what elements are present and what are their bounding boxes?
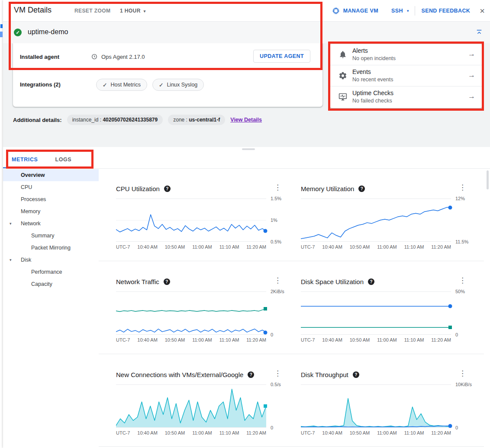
- bell-icon: [338, 50, 347, 59]
- help-icon[interactable]: ?: [164, 278, 170, 285]
- y-axis-label: 11.5%: [455, 239, 468, 244]
- x-axis-label: 10:40 AM: [137, 430, 157, 435]
- y-axis: 0.5/s0: [266, 384, 290, 428]
- more-options-icon[interactable]: ⋮: [271, 182, 284, 193]
- time-range-dropdown[interactable]: 1 HOUR▾: [120, 8, 146, 14]
- integration-chip-host-metrics[interactable]: ✓Host Metrics: [96, 79, 147, 91]
- detail-chip-zone[interactable]: zone : us-central1-f: [168, 115, 225, 125]
- agent-version-label: Ops Agent 2.17.0: [101, 54, 145, 60]
- sidebar-item-processes[interactable]: Processes: [3, 193, 99, 205]
- y-axis: 1.5%1%0.5%: [266, 198, 290, 242]
- ssh-button[interactable]: SSH: [391, 8, 403, 14]
- plot-area: [116, 384, 266, 428]
- x-axis-label: 11:00 AM: [377, 430, 397, 435]
- sidebar-item-overview[interactable]: Overview: [3, 169, 99, 181]
- chart-header: Memory Utilization?⋮: [301, 181, 475, 196]
- x-axis-label: 11:00 AM: [377, 337, 397, 342]
- view-details-link[interactable]: View Details: [230, 117, 262, 123]
- integration-chip-linux-syslog[interactable]: ✓Linux Syslog: [152, 79, 204, 91]
- help-icon[interactable]: ?: [164, 186, 171, 192]
- x-axis-label: 10:40 AM: [322, 244, 342, 250]
- x-axis-label: 10:40 AM: [322, 430, 342, 435]
- additional-details-label: Additional details:: [13, 117, 62, 123]
- panel-item-alerts[interactable]: AlertsNo open incidents→: [330, 44, 482, 65]
- y-axis-label: 0.5%: [271, 239, 281, 244]
- x-axis-label: 10:40 AM: [137, 337, 157, 342]
- x-axis-label: UTC-7: [116, 244, 130, 250]
- x-axis: UTC-710:40 AM10:50 AM11:00 AM11:10 AM11:…: [301, 244, 451, 250]
- manage-vm-button[interactable]: MANAGE VM: [332, 7, 378, 15]
- help-icon[interactable]: ?: [358, 186, 365, 192]
- y-axis-label: 1%: [271, 218, 277, 223]
- x-axis-label: 10:50 AM: [165, 244, 185, 250]
- arrow-right-icon[interactable]: →: [468, 71, 475, 80]
- tab-logs[interactable]: LOGS: [46, 150, 80, 169]
- series-end-marker: [264, 404, 267, 408]
- y-axis: 12%11.5%: [451, 198, 475, 242]
- chart-body: 10KiB/s0: [301, 384, 475, 428]
- header-actions: MANAGE VM SSH ▾ SEND FEEDBACK ×: [332, 0, 485, 22]
- arrow-right-icon[interactable]: →: [468, 50, 475, 58]
- sidebar-item-label: Capacity: [31, 281, 52, 287]
- sidebar-item-capacity[interactable]: Capacity: [3, 278, 99, 290]
- detail-chip-instance-id[interactable]: instance_id : 4020507026241335879: [67, 115, 163, 125]
- y-axis-label: 12%: [455, 196, 465, 201]
- page-title: VM Details: [14, 6, 52, 15]
- chart-new-connections-with-vms-external-google: New Connections with VMs/External/Google…: [116, 367, 290, 435]
- more-options-icon[interactable]: ⋮: [271, 275, 284, 286]
- y-axis-label: 0: [271, 332, 273, 337]
- more-options-icon[interactable]: ⋮: [456, 275, 469, 286]
- help-icon[interactable]: ?: [353, 371, 359, 378]
- tabs: METRICSLOGS: [3, 150, 490, 169]
- x-axis-label: 11:20 AM: [246, 430, 266, 435]
- x-axis-label: 11:00 AM: [377, 244, 397, 250]
- panel-item-events[interactable]: EventsNo recent events→: [330, 65, 482, 86]
- collapse-panel-icon[interactable]: [475, 29, 483, 36]
- chart-body: 50%0: [301, 291, 475, 335]
- agent-version: Ops Agent 2.17.0: [91, 53, 145, 60]
- plot-area: [301, 198, 451, 242]
- chart-disk-throughput: Disk Throughput?⋮10KiB/s0UTC-710:40 AM10…: [301, 367, 475, 435]
- series-end-marker: [448, 326, 452, 329]
- reset-zoom-button[interactable]: RESET ZOOM: [74, 8, 110, 14]
- sidebar-item-disk[interactable]: ▾Disk: [3, 254, 99, 266]
- gear-icon: [338, 71, 347, 80]
- x-axis-label: 11:10 AM: [219, 430, 239, 435]
- sidebar-item-performance[interactable]: Performance: [3, 266, 99, 278]
- scrollbar-thumb[interactable]: [487, 170, 489, 189]
- ssh-dropdown-caret-icon[interactable]: ▾: [407, 9, 409, 13]
- more-options-icon[interactable]: ⋮: [456, 368, 469, 379]
- close-icon[interactable]: ×: [480, 6, 485, 15]
- x-axis-label: UTC-7: [116, 430, 130, 435]
- x-axis-label: 11:00 AM: [192, 337, 212, 342]
- divider: [99, 261, 484, 261]
- update-agent-button[interactable]: UPDATE AGENT: [253, 50, 310, 63]
- series-end-marker: [448, 424, 452, 428]
- y-axis: 50%0: [451, 291, 475, 335]
- sidebar-item-summary[interactable]: Summary: [3, 230, 99, 242]
- tab-metrics[interactable]: METRICS: [3, 150, 46, 169]
- series-end-marker: [264, 229, 268, 233]
- uptime-check-icon: [338, 93, 347, 101]
- y-axis-label: 0: [455, 332, 458, 337]
- more-options-icon[interactable]: ⋮: [456, 182, 469, 193]
- help-icon[interactable]: ?: [368, 278, 374, 285]
- integrations-row: Integrations (2) ✓Host Metrics✓Linux Sys…: [13, 70, 322, 106]
- additional-details: Additional details: instance_id : 402050…: [13, 114, 262, 125]
- send-feedback-button[interactable]: SEND FEEDBACK: [421, 8, 470, 14]
- resize-handle[interactable]: [242, 148, 255, 150]
- chart-title: Memory Utilization: [301, 185, 354, 192]
- check-icon: ✓: [103, 82, 107, 88]
- sidebar-item-network[interactable]: ▾Network: [3, 218, 99, 230]
- panel-item-uptime-checks[interactable]: Uptime ChecksNo failed checks→: [330, 86, 482, 108]
- chevron-down-icon: ▾: [144, 9, 146, 13]
- chart-network-traffic: Network Traffic?⋮2KiB/s0UTC-710:40 AM10:…: [116, 274, 290, 342]
- y-axis: 2KiB/s0: [266, 291, 290, 335]
- arrow-right-icon[interactable]: →: [468, 92, 475, 101]
- sidebar-item-memory[interactable]: Memory: [3, 205, 99, 218]
- chart-body: 1.5%1%0.5%: [116, 198, 290, 242]
- sidebar-item-packet-mirroring[interactable]: Packet Mirroring: [3, 242, 99, 254]
- help-icon[interactable]: ?: [248, 371, 254, 378]
- more-options-icon[interactable]: ⋮: [271, 368, 284, 379]
- sidebar-item-cpu[interactable]: CPU: [3, 181, 99, 193]
